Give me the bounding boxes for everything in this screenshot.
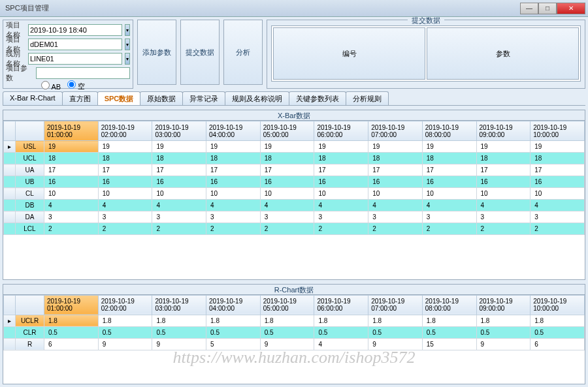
- col-header[interactable]: 2019-10-1901:00:00: [44, 121, 99, 141]
- cell[interactable]: 17: [152, 164, 206, 176]
- tab-7[interactable]: 分析规则: [346, 91, 389, 105]
- cell[interactable]: 10: [98, 188, 152, 200]
- date-dropdown-icon[interactable]: ▾: [125, 24, 130, 36]
- cell[interactable]: 17: [206, 164, 261, 176]
- rchart-grid[interactable]: 2019-10-1901:00:002019-10-1902:00:002019…: [3, 295, 585, 350]
- col-header[interactable]: 2019-10-1904:00:00: [206, 295, 261, 315]
- cell[interactable]: 10: [260, 188, 314, 200]
- cell[interactable]: 3: [44, 211, 99, 223]
- cell[interactable]: 1.8: [98, 315, 152, 326]
- col-header[interactable]: 2019-10-1909:00:00: [476, 121, 531, 141]
- cell[interactable]: 18: [44, 153, 99, 164]
- cell[interactable]: 2: [476, 223, 531, 235]
- cell[interactable]: 15: [422, 338, 476, 350]
- analyze-button[interactable]: 分析: [223, 20, 263, 85]
- cell[interactable]: 0.5: [260, 326, 314, 338]
- param-input[interactable]: [36, 67, 130, 79]
- project-date-input[interactable]: [28, 24, 122, 36]
- cell[interactable]: 18: [152, 153, 206, 164]
- cell[interactable]: 0.5: [206, 326, 261, 338]
- minimize-button[interactable]: —: [520, 3, 538, 14]
- col-header[interactable]: 2019-10-1901:00:00: [44, 295, 99, 315]
- cell[interactable]: 4: [260, 200, 314, 211]
- line-input[interactable]: [28, 53, 122, 65]
- cell[interactable]: 3: [476, 211, 531, 223]
- cell[interactable]: 2: [152, 223, 206, 235]
- cell[interactable]: 2: [44, 223, 99, 235]
- cell[interactable]: 19: [44, 141, 99, 153]
- cell[interactable]: 4: [206, 200, 261, 211]
- cell[interactable]: 10: [422, 188, 476, 200]
- col-header[interactable]: 2019-10-1910:00:00: [531, 295, 585, 315]
- maximize-button[interactable]: □: [538, 3, 557, 14]
- cell[interactable]: 4: [98, 200, 152, 211]
- cell[interactable]: 4: [531, 200, 585, 211]
- cell[interactable]: 5: [206, 338, 261, 350]
- project-name-input[interactable]: [28, 39, 122, 50]
- cell[interactable]: 2: [422, 223, 476, 235]
- cell[interactable]: 9: [260, 338, 314, 350]
- cell[interactable]: 10: [152, 188, 206, 200]
- col-header[interactable]: 2019-10-1905:00:00: [260, 121, 314, 141]
- close-button[interactable]: ✕: [557, 3, 585, 14]
- cell[interactable]: 16: [206, 176, 261, 188]
- col-header[interactable]: 2019-10-1909:00:00: [476, 295, 531, 315]
- col-header[interactable]: 2019-10-1903:00:00: [152, 295, 206, 315]
- cell[interactable]: 2: [531, 223, 585, 235]
- cell[interactable]: 4: [314, 200, 368, 211]
- cell[interactable]: 4: [476, 200, 531, 211]
- cell[interactable]: 19: [152, 141, 206, 153]
- cell[interactable]: 16: [260, 176, 314, 188]
- cell[interactable]: 16: [314, 176, 368, 188]
- cell[interactable]: 1.8: [152, 315, 206, 326]
- submit-data-button[interactable]: 提交数据: [180, 20, 220, 85]
- xbar-grid[interactable]: 2019-10-1901:00:002019-10-1902:00:002019…: [3, 121, 585, 235]
- cell[interactable]: 16: [152, 176, 206, 188]
- add-param-button[interactable]: 添加参数: [137, 20, 176, 85]
- cell[interactable]: 1.8: [476, 315, 531, 326]
- cell[interactable]: 3: [152, 211, 206, 223]
- cell[interactable]: 16: [476, 176, 531, 188]
- col-header[interactable]: 2019-10-1906:00:00: [314, 121, 368, 141]
- cell[interactable]: 0.5: [152, 326, 206, 338]
- col-header[interactable]: 2019-10-1905:00:00: [260, 295, 314, 315]
- cell[interactable]: 16: [531, 176, 585, 188]
- cell[interactable]: 18: [531, 153, 585, 164]
- col-header[interactable]: 2019-10-1906:00:00: [314, 295, 368, 315]
- cell[interactable]: 0.5: [98, 326, 152, 338]
- cell[interactable]: 1.8: [44, 315, 99, 326]
- cell[interactable]: 19: [314, 141, 368, 153]
- col-header[interactable]: 2019-10-1907:00:00: [368, 121, 423, 141]
- cell[interactable]: 17: [98, 164, 152, 176]
- col-header[interactable]: 2019-10-1908:00:00: [422, 121, 476, 141]
- line-dropdown-icon[interactable]: ▾: [125, 53, 130, 65]
- radio-empty[interactable]: 空: [67, 80, 85, 91]
- name-dropdown-icon[interactable]: ▾: [125, 39, 130, 50]
- tab-5[interactable]: 规则及名称说明: [225, 91, 289, 105]
- cell[interactable]: 10: [368, 188, 423, 200]
- cell[interactable]: 3: [422, 211, 476, 223]
- col-header[interactable]: 2019-10-1903:00:00: [152, 121, 206, 141]
- cell[interactable]: 19: [98, 141, 152, 153]
- cell[interactable]: 3: [531, 211, 585, 223]
- cell[interactable]: 0.5: [314, 326, 368, 338]
- cell[interactable]: 17: [368, 164, 423, 176]
- cell[interactable]: 9: [98, 338, 152, 350]
- col-header[interactable]: 2019-10-1902:00:00: [98, 295, 152, 315]
- cell[interactable]: 3: [368, 211, 423, 223]
- col-header[interactable]: 2019-10-1907:00:00: [368, 295, 423, 315]
- cell[interactable]: 3: [314, 211, 368, 223]
- col-header[interactable]: 2019-10-1904:00:00: [206, 121, 261, 141]
- radio-ab[interactable]: AB: [41, 81, 61, 91]
- cell[interactable]: 2: [368, 223, 423, 235]
- cell[interactable]: 4: [314, 338, 368, 350]
- cell[interactable]: 3: [98, 211, 152, 223]
- cell[interactable]: 0.5: [531, 326, 585, 338]
- cell[interactable]: 17: [260, 164, 314, 176]
- cell[interactable]: 16: [422, 176, 476, 188]
- cell[interactable]: 18: [260, 153, 314, 164]
- cell[interactable]: 0.5: [368, 326, 423, 338]
- cell[interactable]: 4: [152, 200, 206, 211]
- cell[interactable]: 2: [260, 223, 314, 235]
- cell[interactable]: 2: [206, 223, 261, 235]
